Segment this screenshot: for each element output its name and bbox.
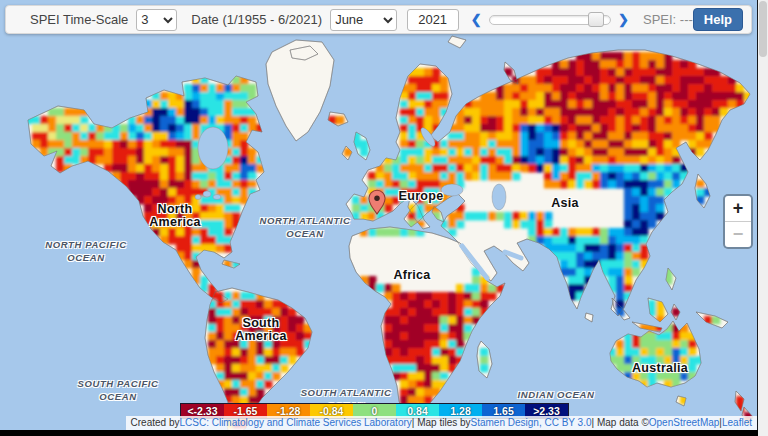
time-scale-select[interactable]: 3 [136, 9, 177, 31]
attribution-link[interactable]: Stamen Design, CC BY 3.0 [471, 417, 592, 428]
map-zoom-control: + − [723, 194, 753, 249]
toolbar: SPEI Time-Scale 3 Date (1/1955 - 6/2021)… [5, 5, 752, 34]
attribution-link[interactable]: Leaflet [722, 417, 752, 428]
time-scale-label: SPEI Time-Scale [30, 12, 128, 27]
attribution-link[interactable]: LCSC: Climatology and Climate Services L… [179, 417, 411, 428]
help-button[interactable]: Help [693, 8, 743, 31]
spei-readout: SPEI: --- [643, 12, 693, 27]
attribution-text: | Map data © [592, 417, 649, 428]
attribution-text: | Map tiles by [412, 417, 471, 428]
next-date-arrow[interactable]: ❯ [618, 13, 629, 26]
map-viewport[interactable]: SPEI Time-Scale 3 Date (1/1955 - 6/2021)… [0, 0, 758, 430]
year-input[interactable] [407, 9, 459, 31]
attribution-link[interactable]: OpenStreetMap [649, 417, 720, 428]
prev-date-arrow[interactable]: ❮ [471, 13, 482, 26]
attribution-text: Created by [131, 417, 180, 428]
world-map[interactable] [0, 0, 757, 430]
attribution-bar: Created by LCSC: Climatology and Climate… [126, 416, 757, 430]
page-scrollbar[interactable] [758, 0, 768, 436]
month-select[interactable]: June [330, 9, 397, 31]
date-slider-thumb[interactable] [588, 12, 604, 27]
zoom-in-button[interactable]: + [725, 196, 751, 222]
scrollbar-thumb[interactable] [759, 1, 767, 57]
date-slider[interactable] [489, 15, 612, 25]
date-range-label: Date (1/1955 - 6/2021) [191, 12, 322, 27]
zoom-out-button[interactable]: − [725, 222, 751, 247]
